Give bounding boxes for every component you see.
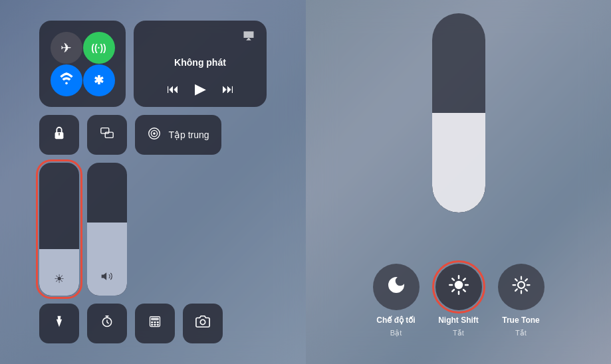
svg-point-0 (65, 82, 68, 85)
airplane-icon: ✈ (61, 40, 72, 56)
svg-rect-15 (154, 324, 156, 326)
camera-icon (195, 314, 210, 333)
network-tile: ✈ ((·)) ✱ (39, 21, 126, 107)
sliders-row: ☀ 1 (39, 163, 267, 296)
svg-rect-11 (151, 321, 153, 323)
true-tone-option[interactable]: True Tone Tắt (498, 264, 545, 337)
dark-mode-icon (386, 274, 407, 300)
timer-icon (100, 315, 114, 332)
focus-label: Tập trung (168, 130, 209, 140)
display-options-row: Chế độ tối Bật Night Shift Tắt (373, 264, 545, 337)
bottom-row (39, 304, 267, 343)
night-shift-sublabel: Tắt (453, 329, 464, 337)
airplay-row (146, 30, 255, 45)
torch-icon (53, 315, 66, 332)
svg-point-19 (518, 282, 525, 288)
calculator-button[interactable] (135, 304, 175, 343)
torch-button[interactable] (39, 304, 79, 343)
svg-point-2 (59, 133, 60, 134)
focus-tile[interactable]: Tập trung (135, 115, 221, 155)
airplay-icon[interactable] (243, 30, 255, 45)
svg-rect-10 (151, 318, 159, 320)
true-tone-label: True Tone (502, 316, 539, 326)
top-row: ✈ ((·)) ✱ (39, 21, 267, 107)
next-button[interactable]: ⏭ (222, 82, 234, 96)
svg-point-18 (454, 281, 463, 290)
screen-mirror-button[interactable] (87, 115, 127, 155)
dark-mode-icon-container (373, 264, 420, 310)
screen-lock-icon (52, 126, 66, 144)
calculator-icon (148, 315, 162, 332)
timer-button[interactable] (87, 304, 127, 343)
right-panel: 2 Chế độ tối Bật (306, 0, 611, 364)
svg-rect-13 (157, 321, 159, 323)
night-shift-option[interactable]: Night Shift Tắt (435, 264, 482, 337)
wifi-icon (59, 71, 74, 89)
media-controls: ⏮ ▶ ⏭ (146, 80, 255, 98)
true-tone-icon-container (498, 264, 545, 310)
cellular-icon: ((·)) (91, 43, 106, 53)
svg-rect-16 (157, 324, 159, 326)
media-tile: Không phát ⏮ ▶ ⏭ (134, 21, 267, 107)
bluetooth-button[interactable]: ✱ (83, 64, 115, 96)
svg-rect-14 (151, 324, 153, 326)
brightness-icon: ☀ (54, 272, 64, 286)
dark-mode-label: Chế độ tối (376, 316, 415, 326)
wifi-button[interactable] (51, 64, 82, 96)
cellular-button[interactable]: ((·)) (83, 32, 115, 64)
bluetooth-icon: ✱ (94, 73, 104, 88)
night-shift-icon-container (435, 264, 482, 310)
brightness-slider-large[interactable] (432, 13, 485, 213)
middle-row: Tập trung (39, 115, 267, 155)
svg-point-17 (200, 319, 205, 324)
screen-lock-button[interactable] (39, 115, 79, 155)
night-shift-label: Night Shift (438, 316, 479, 326)
screen-mirror-icon (100, 126, 114, 144)
media-title: Không phát (146, 57, 255, 68)
prev-button[interactable]: ⏮ (167, 82, 179, 96)
focus-icon (147, 126, 162, 144)
true-tone-icon (511, 275, 531, 300)
left-panel: ✈ ((·)) ✱ (0, 0, 306, 364)
airplane-mode-button[interactable]: ✈ (51, 32, 82, 64)
brightness-fill (432, 113, 485, 213)
dark-mode-sublabel: Bật (390, 329, 402, 337)
dark-mode-option[interactable]: Chế độ tối Bật (373, 264, 420, 337)
night-shift-icon (449, 275, 469, 300)
camera-button[interactable] (183, 304, 223, 343)
svg-rect-12 (154, 321, 156, 323)
volume-slider[interactable] (87, 163, 127, 296)
volume-icon (100, 270, 114, 286)
brightness-slider[interactable]: ☀ 1 (39, 163, 79, 296)
control-center: ✈ ((·)) ✱ (26, 7, 280, 357)
brightness-track (432, 13, 485, 213)
svg-point-7 (154, 132, 156, 135)
play-button[interactable]: ▶ (195, 80, 206, 98)
true-tone-sublabel: Tắt (515, 329, 527, 337)
